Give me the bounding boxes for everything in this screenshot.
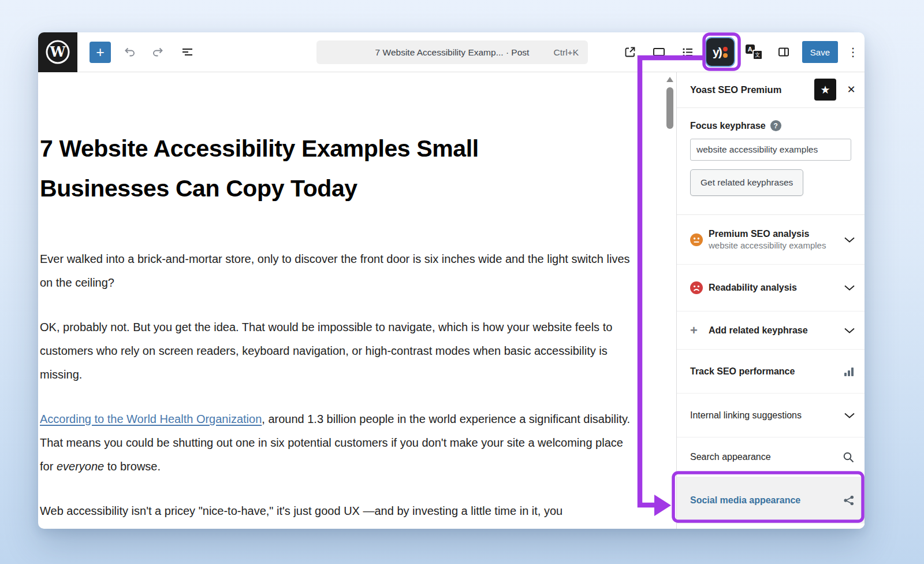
premium-seo-analysis-keyphrase: website accessibility examples bbox=[709, 240, 826, 250]
close-icon: ✕ bbox=[847, 83, 855, 96]
translate-icon: A 文 bbox=[746, 44, 762, 60]
yoast-sidebar-header: Yoast SEO Premium ★ ✕ bbox=[677, 72, 865, 108]
block-inserter-button[interactable]: + bbox=[90, 42, 111, 63]
wordpress-w-icon: W bbox=[45, 39, 70, 65]
desktop-preview-icon bbox=[652, 46, 666, 58]
wordpress-logo[interactable]: W bbox=[38, 32, 77, 72]
post-title[interactable]: 7 Website Accessibility Examples Small B… bbox=[40, 129, 571, 209]
wordpress-editor-window: W + bbox=[38, 32, 865, 529]
add-related-keyphrase-label: Add related keyphrase bbox=[709, 325, 808, 336]
focus-keyphrase-section: Focus keyphrase ? Get related keyphrases bbox=[677, 108, 865, 215]
search-appearance-row[interactable]: Search appearance bbox=[677, 437, 865, 477]
yoast-seo-button[interactable]: y) bbox=[706, 38, 734, 66]
editor-scrollbar[interactable] bbox=[666, 77, 673, 129]
share-icon bbox=[843, 495, 855, 506]
premium-seo-analysis-row[interactable]: Premium SEO analysis website accessibili… bbox=[677, 215, 865, 265]
focus-keyphrase-label: Focus keyphrase bbox=[690, 121, 766, 131]
view-post-button[interactable] bbox=[620, 42, 640, 62]
settings-sidebar-toggle[interactable] bbox=[773, 42, 794, 62]
chevron-down-icon bbox=[844, 285, 855, 291]
redo-button[interactable] bbox=[148, 42, 169, 62]
save-button[interactable]: Save bbox=[802, 41, 838, 63]
get-related-keyphrases-button[interactable]: Get related keyphrases bbox=[690, 169, 803, 196]
who-link[interactable]: According to the World Health Organizati… bbox=[40, 413, 262, 425]
yoast-logo-icon: y) bbox=[713, 45, 721, 59]
paragraph-4[interactable]: Web accessibility isn't a pricey "nice-t… bbox=[40, 499, 638, 523]
readability-analysis-label: Readability analysis bbox=[709, 283, 797, 293]
track-seo-performance-row[interactable]: Track SEO performance bbox=[677, 350, 865, 394]
list-view-icon bbox=[681, 46, 694, 58]
desktop-background: W + bbox=[0, 0, 924, 564]
social-media-appearance-label: Social media appearance bbox=[690, 495, 800, 506]
document-title: 7 Website Accessibility Examp... · Post bbox=[375, 47, 530, 58]
yoast-sidebar-title: Yoast SEO Premium bbox=[690, 84, 781, 95]
editor-toolbar: W + bbox=[38, 32, 865, 72]
internal-linking-suggestions-label: Internal linking suggestions bbox=[690, 410, 802, 421]
command-shortcut: Ctrl+K bbox=[554, 47, 579, 58]
internal-linking-suggestions-row[interactable]: Internal linking suggestions bbox=[677, 394, 865, 437]
add-related-keyphrase-row[interactable]: + Add related keyphrase bbox=[677, 311, 865, 350]
search-icon bbox=[843, 451, 855, 463]
chevron-down-icon bbox=[844, 328, 855, 333]
scrollbar-thumb[interactable] bbox=[666, 87, 673, 129]
list-view-button[interactable] bbox=[677, 42, 698, 62]
plus-icon: + bbox=[96, 45, 105, 60]
document-overview-icon bbox=[181, 47, 193, 57]
undo-icon bbox=[123, 46, 136, 58]
yoast-traffic-dots-icon bbox=[723, 47, 728, 58]
plus-icon: + bbox=[690, 324, 703, 337]
chevron-down-icon bbox=[844, 237, 855, 243]
options-menu-button[interactable]: ⋮ bbox=[846, 42, 860, 62]
close-sidebar-button[interactable]: ✕ bbox=[840, 79, 862, 101]
toolbar-right-group: y) A 文 bbox=[620, 32, 860, 72]
yoast-sidebar: Yoast SEO Premium ★ ✕ Focus keyphrase ? … bbox=[676, 72, 865, 529]
premium-seo-analysis-label: Premium SEO analysis bbox=[709, 229, 826, 239]
readability-bad-face-icon bbox=[690, 281, 703, 294]
sidebar-toggle-icon bbox=[777, 46, 790, 58]
undo-button[interactable] bbox=[119, 42, 140, 62]
focus-keyphrase-input[interactable] bbox=[690, 139, 851, 161]
readability-analysis-row[interactable]: Readability analysis bbox=[677, 265, 865, 311]
kebab-icon: ⋮ bbox=[847, 45, 859, 59]
external-link-icon bbox=[624, 46, 636, 58]
search-appearance-label: Search appearance bbox=[690, 452, 771, 462]
sidebar-filler bbox=[677, 524, 865, 529]
pin-sidebar-button[interactable]: ★ bbox=[814, 79, 836, 101]
paragraph-3-end: to browse. bbox=[104, 460, 161, 473]
paragraph-3-emphasis: everyone bbox=[57, 460, 104, 473]
chevron-down-icon bbox=[844, 413, 855, 418]
scrollbar-up-arrow-icon[interactable] bbox=[666, 77, 673, 82]
command-palette[interactable]: 7 Website Accessibility Examp... · Post … bbox=[316, 40, 588, 64]
paragraph-3[interactable]: According to the World Health Organizati… bbox=[40, 407, 638, 478]
redo-icon bbox=[152, 46, 165, 58]
star-icon: ★ bbox=[820, 83, 830, 97]
track-seo-performance-label: Track SEO performance bbox=[690, 366, 795, 377]
editor-body: 7 Website Accessibility Examples Small B… bbox=[38, 72, 865, 529]
social-media-appearance-row[interactable]: Social media appearance bbox=[677, 477, 865, 524]
paragraph-2[interactable]: OK, probably not. But you get the idea. … bbox=[40, 316, 638, 387]
paragraph-1[interactable]: Ever walked into a brick-and-mortar stor… bbox=[40, 247, 638, 295]
preview-button[interactable] bbox=[649, 42, 669, 62]
translate-button[interactable]: A 文 bbox=[742, 42, 765, 62]
editor-content[interactable]: 7 Website Accessibility Examples Small B… bbox=[38, 72, 676, 529]
seo-score-ok-face-icon bbox=[690, 233, 703, 246]
bar-chart-icon bbox=[843, 366, 855, 377]
document-overview-button[interactable] bbox=[177, 42, 198, 62]
help-icon[interactable]: ? bbox=[770, 120, 781, 131]
post-body: Ever walked into a brick-and-mortar stor… bbox=[40, 247, 638, 523]
svg-text:W: W bbox=[50, 43, 66, 60]
